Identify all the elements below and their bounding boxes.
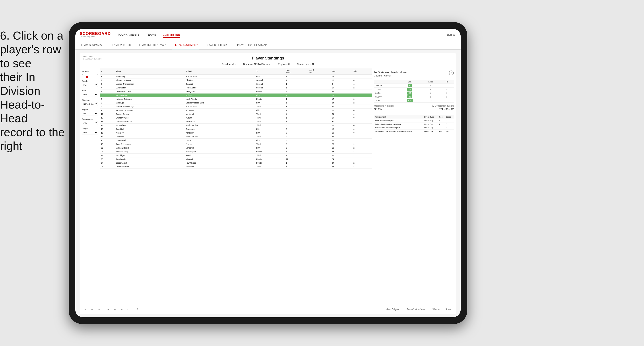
table-row[interactable]: 21 Taehoon Song Washington Fourth 6 23 1 <box>100 150 372 154</box>
cell-player: Alex Goff <box>115 131 185 135</box>
table-row[interactable]: 7 Nicholas Gabrelcik North Florida Fourt… <box>100 97 372 101</box>
cell-reg-rank: 2 <box>285 135 308 139</box>
redo-btn[interactable]: ↪ <box>90 308 94 311</box>
sub-nav-player-summary[interactable]: PLAYER SUMMARY <box>172 41 199 49</box>
sub-nav-team-summary[interactable]: TEAM SUMMARY <box>80 41 104 49</box>
t-col-score: Score <box>445 115 454 119</box>
h2h-close-btn[interactable]: × <box>449 71 454 75</box>
nav-committee[interactable]: COMMITTEE <box>163 32 180 38</box>
conference-select[interactable]: (All) <box>82 121 98 125</box>
sub-nav-team-h2h-heatmap[interactable]: TEAM H2H HEATMAP <box>138 41 167 49</box>
table-row[interactable]: 20 Matthew Riedel Vanderbilt Fifth 6 18 … <box>100 146 372 150</box>
no-rds-section: No Rds. 6 1 <box>82 71 98 77</box>
cell-num: 1 <box>100 75 115 78</box>
t-col-type: Event Type <box>424 115 438 119</box>
cell-player: Phichaksn Maichon <box>115 120 185 124</box>
cell-win: 2 <box>352 86 372 90</box>
nav-right: Sign out <box>446 33 456 36</box>
cell-conf <box>308 158 331 161</box>
plus-btn[interactable]: ⊕ <box>119 308 124 311</box>
table-row[interactable]: 13 Phichaksn Maichon Texas A&M Third 6 3… <box>100 120 372 124</box>
cell-school: North Carolina <box>185 124 255 127</box>
table-row[interactable]: 5 Christo Lamprecht Georgia Tech Fourth … <box>100 90 372 94</box>
cell-rds: 17 <box>331 97 352 101</box>
logo-text: SCOREBOARD <box>80 32 111 36</box>
slider-thumb[interactable] <box>86 76 88 78</box>
minus-btn[interactable]: ⊟ <box>113 308 117 311</box>
cell-conf <box>308 78 331 82</box>
cell-rds: 24 <box>331 101 352 105</box>
table-row[interactable]: 14 Maxwell Ford North Carolina Third 3 2… <box>100 124 372 127</box>
table-row[interactable]: 19 Tiger Christensen Arizona Third 8 23 … <box>100 142 372 146</box>
division-group: Division NCAA Division I <box>82 99 98 106</box>
table-row[interactable]: 24 Bastien Amat New Mexico Fourth 1 27 2 <box>100 161 372 165</box>
table-row[interactable]: 9 Preston Summerhays Arizona State Third… <box>100 105 372 109</box>
table-row[interactable]: 17 David Ford North Carolina Third 2 21 … <box>100 135 372 139</box>
table-row[interactable]: 11 Gordon Sargent Vanderbilt Third 4 21 … <box>100 112 372 116</box>
table-row[interactable]: 10 Jacob Mou-Cleason Arkansas Fifth 1 25… <box>100 109 372 112</box>
player-select[interactable]: (All) <box>82 131 98 134</box>
slider-track[interactable] <box>82 77 98 77</box>
sub-nav-team-h2h-grid[interactable]: TEAM H2H GRID <box>109 41 132 49</box>
table-row[interactable]: 6 Jackson Koivun Auburn First 1 17 1 <box>100 94 372 97</box>
h2h-loss-cell: 9 <box>421 88 440 91</box>
table-row[interactable]: 16 Alex Goff Kentucky Fifth 8 19 0 <box>100 131 372 135</box>
cell-win: 2 <box>352 97 372 101</box>
nav-teams[interactable]: TEAMS <box>146 32 156 38</box>
cell-yr: Fifth <box>255 127 285 131</box>
table-row[interactable]: 12 Brendan Valles Auburn Third 1 17 0 <box>100 116 372 120</box>
table-row[interactable]: 3 Michael Thorbjornsen Stanford Second 1… <box>100 82 372 86</box>
cell-num: 9 <box>100 105 115 109</box>
h2h-col-blank <box>374 80 398 84</box>
cell-yr: Fourth <box>255 150 285 154</box>
cell-win: 2 <box>352 161 372 165</box>
table-header-row: # Player School Yr RegRank ConfNo. Rds. … <box>100 68 372 75</box>
table-row[interactable]: 22 Ian Gilligan Florida Third 10 24 1 <box>100 154 372 158</box>
cell-school: North Carolina <box>185 135 255 139</box>
cell-yr: First <box>255 139 285 142</box>
cell-conf <box>308 90 331 94</box>
view-original-btn[interactable]: View: Original <box>384 308 401 311</box>
cell-win: 1 <box>352 165 372 169</box>
gender-select[interactable]: Men <box>82 83 98 87</box>
table-row[interactable]: 4 Luke Claton Florida State Second 1 17 … <box>100 86 372 90</box>
cell-reg-rank: 1 <box>285 116 308 120</box>
year-select[interactable]: (All) <box>82 93 98 96</box>
cell-yr: Third <box>255 112 285 116</box>
watch-btn[interactable]: Watch ▾ <box>432 308 442 311</box>
division-select[interactable]: NCAA Division I <box>82 102 98 106</box>
table-row[interactable]: 15 Jake Hall Tennessee Fifth 5 18 0 <box>100 127 372 131</box>
cell-player: Jackson Koivun <box>115 94 185 97</box>
cell-player: Jake Hall <box>115 127 185 131</box>
table-row[interactable]: 18 Luke Powell UCLA First 4 24 1 <box>100 139 372 142</box>
cell-win: 0 <box>352 109 372 112</box>
undo-btn[interactable]: ↩ <box>83 308 88 311</box>
cell-num: 18 <box>100 139 115 142</box>
sub-nav-player-h2h-grid[interactable]: PLAYER H2H GRID <box>205 41 230 49</box>
save-custom-btn[interactable]: Save Custom View <box>405 308 426 311</box>
sign-out-btn[interactable]: Sign out <box>446 33 456 36</box>
table-row[interactable]: 23 Jack Lundin Missouri Fourth 11 24 1 <box>100 158 372 161</box>
h2h-col-win: Win <box>398 80 421 84</box>
nav-tournaments[interactable]: TOURNAMENTS <box>117 32 140 38</box>
col-school: School <box>185 68 255 75</box>
table-row[interactable]: 25 Cole Sherwood Vanderbilt Third 12 23 … <box>100 165 372 169</box>
forward-btn[interactable]: → <box>96 308 102 311</box>
clock-btn[interactable]: ⏱ <box>135 308 140 311</box>
region-label: Region <box>82 109 98 111</box>
cell-school: East Tennessee State <box>185 101 255 105</box>
cell-win: 1 <box>352 135 372 139</box>
h2h-record: 674 - 33 - 12 <box>439 108 454 111</box>
nav-items: TOURNAMENTS TEAMS COMMITTEE <box>117 32 446 38</box>
table-row[interactable]: 2 Michael La Sasso Ole Miss Second 1 18 … <box>100 78 372 82</box>
region-select[interactable]: N/A <box>82 112 98 115</box>
refresh-btn[interactable]: ↻ <box>126 308 130 311</box>
grid-btn[interactable]: ⊞ <box>106 308 110 311</box>
sub-nav-player-h2h-heatmap[interactable]: PLAYER H2H HEATMAP <box>236 41 268 49</box>
table-row[interactable]: 1 Wenyi Ding Arizona State First 1 15 1 <box>100 75 372 78</box>
share-btn[interactable]: Share <box>444 308 453 311</box>
h2h-range-label: 51-100 <box>374 95 398 99</box>
cell-school: Arizona State <box>185 105 255 109</box>
cell-conf <box>308 139 331 142</box>
table-row[interactable]: 8 Mats Ege East Tennessee State Fifth 1 … <box>100 101 372 105</box>
